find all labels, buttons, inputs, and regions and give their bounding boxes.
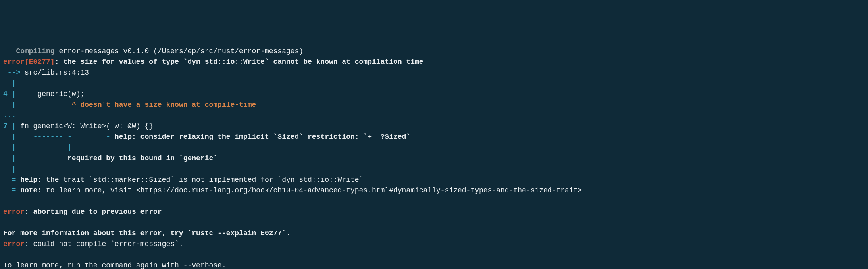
caret-message: doesn't have a size known at compile-tim…	[80, 101, 256, 109]
caret-icon: ^	[72, 101, 81, 109]
bar-line: | |	[3, 144, 72, 152]
gutter-pipe: |	[3, 165, 16, 173]
note-label: note	[20, 186, 37, 194]
compiling-label: Compiling	[3, 47, 55, 55]
help-message: help: consider relaxing the implicit `Si…	[115, 133, 410, 141]
gutter-pipe: |	[3, 101, 72, 109]
line-number: 7	[3, 122, 8, 130]
bar-icon: |	[67, 144, 72, 152]
error-label: error	[3, 208, 25, 216]
gutter-pipe: |	[8, 122, 20, 130]
underline-dashes: ------- - -	[33, 133, 115, 141]
abort-message: : aborting due to previous error	[25, 208, 162, 216]
error-label: error	[3, 240, 25, 248]
gutter-pipe: |	[3, 79, 16, 87]
caret-line: | ^ doesn't have a size known at compile…	[3, 101, 256, 109]
help-label: help	[20, 176, 37, 184]
code-line-4: 4 | generic(w);	[3, 90, 85, 98]
code-line-7: 7 | fn generic<W: Write>(_w: &W) {}	[3, 122, 153, 130]
code-text: generic(w);	[37, 90, 85, 98]
note-text: : to learn more, visit <https://doc.rust…	[37, 186, 582, 194]
more-info-line: For more information about this error, t…	[3, 229, 291, 237]
learn-more-line: To learn more, run the command again wit…	[3, 261, 226, 269]
required-line: | required by this bound in `generic`	[3, 154, 217, 162]
location-path: src/lib.rs:4:13	[25, 69, 89, 77]
underline-line: | ------- - - help: consider relaxing th…	[3, 133, 410, 141]
help-line: = help: the trait `std::marker::Sized` i…	[3, 176, 363, 184]
help-text: : the trait `std::marker::Sized` is not …	[37, 176, 363, 184]
abort-line: error: aborting due to previous error	[3, 208, 162, 216]
error-code: error[E0277]	[3, 58, 55, 66]
compiling-line: Compiling error-messages v0.1.0 (/Users/…	[3, 47, 303, 55]
eq-icon: =	[3, 176, 20, 184]
line-number: 4	[3, 90, 8, 98]
gutter-pipe: |	[3, 144, 67, 152]
error-header-line: error[E0277]: the size for values of typ…	[3, 58, 423, 66]
location-line: --> src/lib.rs:4:13	[3, 69, 89, 77]
eq-icon: =	[3, 186, 20, 194]
terminal-output: Compiling error-messages v0.1.0 (/Users/…	[3, 46, 865, 269]
error-message: : the size for values of type `dyn std::…	[55, 58, 423, 66]
note-line: = note: to learn more, visit <https://do…	[3, 186, 582, 194]
ellipsis: ...	[3, 111, 16, 119]
code-text: fn generic<W: Write>(_w: &W) {}	[20, 122, 153, 130]
required-message: required by this bound in `generic`	[67, 154, 217, 162]
gutter-pipe: |	[3, 133, 33, 141]
gutter-pipe: |	[8, 90, 38, 98]
gutter-pipe: |	[3, 154, 67, 162]
compile-fail-line: error: could not compile `error-messages…	[3, 240, 183, 248]
location-arrow: -->	[3, 69, 25, 77]
fail-message: : could not compile `error-messages`.	[25, 240, 183, 248]
compiling-package: error-messages v0.1.0 (/Users/ep/src/rus…	[59, 47, 303, 55]
